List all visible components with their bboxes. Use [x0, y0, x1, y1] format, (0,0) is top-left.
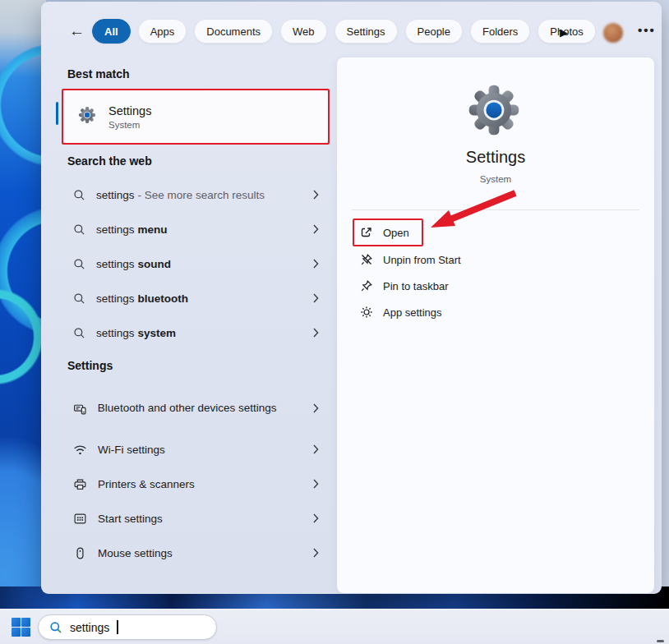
wifi-icon	[73, 443, 87, 457]
settings-gear-icon-large	[467, 83, 521, 140]
chevron-right-icon	[313, 293, 319, 303]
search-icon	[73, 292, 85, 305]
chevron-right-icon	[313, 444, 319, 454]
chevron-right-icon	[313, 479, 319, 489]
search-query-text: settings	[70, 621, 109, 634]
filter-tab-people[interactable]: People	[405, 19, 463, 44]
chevron-right-icon	[313, 513, 319, 523]
chevron-right-icon	[313, 328, 319, 338]
filter-tab-all[interactable]: All	[92, 19, 131, 44]
chevron-right-icon	[313, 403, 319, 413]
chevron-right-icon	[313, 548, 319, 558]
best-match-result-settings[interactable]: Settings System	[63, 90, 328, 143]
preview-title: Settings	[337, 148, 654, 167]
filter-tab-settings[interactable]: Settings	[334, 19, 398, 44]
user-avatar[interactable]	[603, 23, 623, 43]
chevron-right-icon	[313, 224, 319, 234]
search-icon	[73, 327, 85, 339]
taskbar: settings M365 O N W X P	[0, 609, 669, 644]
more-options-icon[interactable]: •••	[638, 23, 656, 37]
start-button[interactable]	[12, 618, 30, 637]
filter-tab-folders[interactable]: Folders	[470, 19, 530, 44]
search-flyout-panel: ← All Apps Documents Web Settings People…	[41, 2, 662, 594]
taskbar-search-input[interactable]: settings	[38, 614, 217, 640]
filter-tab-documents[interactable]: Documents	[194, 19, 273, 44]
search-icon	[49, 621, 62, 634]
settings-gear-icon	[78, 106, 96, 127]
search-icon	[73, 258, 85, 270]
best-match-header: Best match	[67, 67, 129, 80]
chevron-right-icon	[313, 190, 319, 200]
wallpaper-bloom	[0, 0, 46, 644]
web-suggestion-row[interactable]: settingsmenu	[62, 215, 330, 243]
web-suggestion-row[interactable]: settingsbluetooth	[62, 284, 330, 312]
web-section-header: Search the web	[67, 154, 152, 168]
action-open[interactable]: Open	[337, 219, 654, 246]
unpin-icon	[360, 253, 374, 267]
divider	[352, 209, 639, 210]
settings-result-mouse[interactable]: Mouse settings	[62, 539, 330, 567]
settings-result-start[interactable]: Start settings	[62, 504, 330, 532]
search-icon	[73, 189, 85, 201]
best-match-title: Settings	[108, 104, 151, 117]
selection-accent-bar	[56, 102, 58, 125]
back-button[interactable]: ←	[69, 23, 85, 39]
filters-overflow-icon[interactable]: ▶	[560, 27, 568, 38]
open-app-indicator	[657, 640, 664, 642]
printer-icon	[73, 477, 87, 491]
preview-pane: Settings System Open Unpin from Start	[337, 58, 654, 593]
mouse-icon	[73, 546, 87, 560]
best-match-subtitle: System	[108, 120, 151, 130]
gear-icon	[360, 306, 374, 320]
filter-tab-apps[interactable]: Apps	[138, 19, 187, 44]
settings-result-printers[interactable]: Printers & scanners	[62, 470, 330, 498]
text-cursor	[117, 620, 118, 634]
action-pin-to-taskbar[interactable]: Pin to taskbar	[337, 273, 654, 299]
preview-subtitle: System	[337, 174, 654, 184]
action-unpin-from-start[interactable]: Unpin from Start	[337, 246, 654, 273]
chevron-right-icon	[313, 259, 319, 269]
filter-pill-bar: All Apps Documents Web Settings People F…	[92, 19, 596, 44]
devices-icon	[73, 402, 87, 416]
filter-tab-web[interactable]: Web	[280, 19, 327, 44]
settings-result-wifi[interactable]: Wi-Fi settings	[62, 435, 330, 463]
open-external-icon	[360, 226, 374, 240]
start-panel-icon	[73, 512, 87, 526]
settings-result-bluetooth-devices[interactable]: Bluetooth and other devices settings	[62, 385, 330, 431]
web-suggestion-row[interactable]: settingssystem	[62, 319, 330, 347]
settings-section-header: Settings	[67, 359, 113, 372]
web-suggestion-row[interactable]: settings- See more search results	[62, 181, 330, 209]
pin-icon	[360, 279, 374, 293]
action-app-settings[interactable]: App settings	[337, 299, 654, 325]
search-icon	[73, 223, 85, 236]
web-suggestion-row[interactable]: settingssound	[62, 250, 330, 278]
